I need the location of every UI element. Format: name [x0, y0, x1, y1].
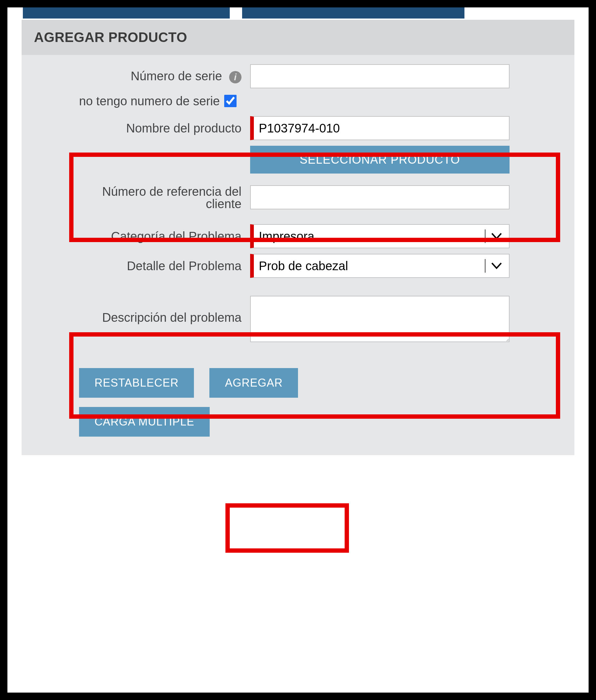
- chevron-down-icon: [485, 259, 506, 273]
- serial-number-label-text: Número de serie: [131, 69, 222, 83]
- problem-description-label: Descripción del problema: [40, 296, 250, 325]
- select-product-button[interactable]: SELECCIONAR PRODUCTO: [250, 146, 510, 174]
- serial-number-label: Número de serie i: [40, 69, 250, 83]
- product-name-row: Nombre del producto: [40, 116, 556, 140]
- customer-ref-label-line2: cliente: [206, 197, 242, 210]
- select-product-row: SELECCIONAR PRODUCTO: [40, 146, 556, 174]
- product-name-label: Nombre del producto: [40, 121, 250, 135]
- problem-description-row: Descripción del problema: [40, 296, 556, 343]
- action-buttons-row: RESTABLECER AGREGAR: [79, 368, 556, 398]
- info-icon[interactable]: i: [229, 71, 242, 83]
- panel-title: AGREGAR PRODUCTO: [22, 20, 574, 55]
- problem-detail-value: Prob de cabezal: [259, 259, 348, 273]
- add-product-panel: AGREGAR PRODUCTO Número de serie i no te…: [22, 20, 574, 455]
- problem-description-textarea[interactable]: [250, 296, 510, 342]
- screenshot-frame: AGREGAR PRODUCTO Número de serie i no te…: [0, 0, 596, 700]
- problem-category-value: Impresora: [259, 229, 314, 243]
- customer-ref-input[interactable]: [250, 185, 510, 209]
- problem-category-select[interactable]: Impresora: [250, 224, 510, 248]
- no-serial-row: no tengo numero de serie: [40, 94, 556, 108]
- problem-detail-row: Detalle del Problema Prob de cabezal: [40, 254, 556, 278]
- customer-ref-label-line1: Número de referencia del: [102, 185, 242, 198]
- serial-number-row: Número de serie i: [40, 64, 556, 88]
- customer-ref-label: Número de referencia del cliente: [40, 185, 250, 210]
- add-button[interactable]: AGREGAR: [209, 368, 298, 398]
- problem-detail-label: Detalle del Problema: [40, 259, 250, 273]
- highlight-add-button: [225, 503, 349, 553]
- form-area: Número de serie i no tengo numero de ser…: [22, 55, 574, 455]
- no-serial-label: no tengo numero de serie: [79, 94, 220, 108]
- reset-button[interactable]: RESTABLECER: [79, 368, 194, 398]
- bulk-load-button[interactable]: CARGA MÚLTIPLE: [79, 407, 210, 436]
- product-name-input[interactable]: [250, 116, 510, 140]
- no-serial-checkbox[interactable]: [224, 95, 237, 107]
- tab-1[interactable]: [23, 7, 230, 19]
- problem-category-label: Categoría del Problema: [40, 229, 250, 243]
- customer-ref-row: Número de referencia del cliente: [40, 185, 556, 210]
- tab-2[interactable]: [242, 7, 465, 19]
- chevron-down-icon: [485, 229, 506, 243]
- action-buttons-row-2: CARGA MÚLTIPLE: [79, 407, 556, 436]
- problem-category-row: Categoría del Problema Impresora: [40, 224, 556, 248]
- tab-bar: [7, 7, 589, 19]
- problem-detail-select[interactable]: Prob de cabezal: [250, 254, 510, 278]
- serial-number-input[interactable]: [250, 64, 510, 88]
